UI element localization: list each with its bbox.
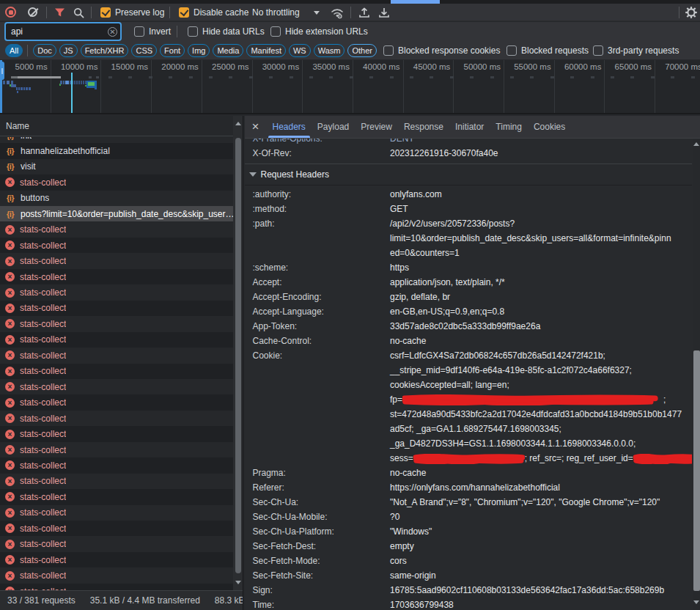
scroll-down-icon[interactable]	[693, 600, 699, 604]
scroll-down-icon[interactable]	[235, 581, 241, 584]
error-icon: ×	[5, 460, 15, 470]
request-row[interactable]: ×stats-collect	[0, 222, 233, 238]
blocked-response-cookies-checkbox[interactable]	[383, 45, 394, 56]
request-row[interactable]: ×stats-collect	[0, 442, 233, 457]
blocked-requests-checkbox[interactable]	[506, 45, 517, 56]
hide-extension-urls-checkbox[interactable]	[270, 26, 281, 37]
request-row[interactable]: {i}visit	[0, 159, 233, 174]
preserve-log-toggle[interactable]: Preserve log	[100, 4, 164, 21]
request-row[interactable]: ×stats-collect	[0, 394, 233, 410]
header-value: onlyfans.com	[390, 187, 692, 202]
request-row[interactable]: ×stats-collect	[0, 174, 233, 190]
clear-button[interactable]	[28, 7, 37, 17]
type-pill-media[interactable]: Media	[213, 44, 243, 57]
details-scrollbar[interactable]	[693, 139, 700, 610]
tab-headers[interactable]: Headers	[267, 116, 312, 138]
network-conditions-button[interactable]	[330, 7, 345, 19]
request-row[interactable]: ×stats-collect	[0, 521, 233, 536]
request-row[interactable]: ×stats-collect	[0, 411, 233, 426]
request-row[interactable]: ×stats-collect	[0, 379, 233, 394]
type-pill-img[interactable]: Img	[188, 44, 210, 57]
import-har-button[interactable]	[358, 7, 370, 18]
requests-scrollbar[interactable]	[233, 116, 243, 590]
type-pill-css[interactable]: CSS	[131, 44, 157, 57]
hide-extension-urls-toggle[interactable]: Hide extension URLs	[270, 22, 368, 41]
scroll-up-icon[interactable]	[693, 142, 699, 146]
timeline-gridline	[51, 60, 51, 113]
third-party-requests-toggle[interactable]: 3rd-party requests	[593, 41, 679, 59]
request-row[interactable]: ×stats-collect	[0, 584, 233, 590]
preserve-log-checkbox[interactable]	[100, 7, 111, 18]
request-row[interactable]: ×stats-collect	[0, 567, 233, 583]
hide-data-urls-toggle[interactable]: Hide data URLs	[188, 22, 265, 41]
settings-button[interactable]	[685, 7, 697, 18]
close-details-button[interactable]: ×	[245, 116, 267, 138]
overview-request-bar	[209, 76, 213, 78]
request-row[interactable]: ×stats-collect	[0, 489, 233, 504]
invert-toggle[interactable]: Invert	[134, 22, 171, 41]
tab-preview[interactable]: Preview	[355, 116, 398, 138]
tab-initiator[interactable]: Initiator	[449, 116, 490, 138]
request-row[interactable]: ×stats-collect	[0, 457, 233, 473]
request-row[interactable]: ×stats-collect	[0, 552, 233, 567]
filter-input[interactable]	[6, 23, 120, 40]
type-pill-js[interactable]: JS	[59, 44, 78, 57]
third-party-requests-checkbox[interactable]	[593, 45, 603, 56]
type-pill-manifest[interactable]: Manifest	[246, 44, 286, 57]
type-pill-other[interactable]: Other	[347, 44, 377, 57]
type-pill-wasm[interactable]: Wasm	[314, 44, 345, 57]
export-har-button[interactable]	[378, 7, 390, 18]
network-overview-timeline[interactable]: 5000 ms10000 ms15000 ms20000 ms25000 ms3…	[0, 60, 700, 114]
request-row[interactable]: ×stats-collect	[0, 253, 233, 268]
search-button[interactable]	[73, 7, 84, 18]
request-headers-section-header[interactable]: Request Headers	[245, 164, 692, 185]
timeline-label: 40000 ms	[363, 62, 400, 71]
request-row[interactable]: {i}init	[0, 137, 233, 143]
type-pill-ws[interactable]: WS	[289, 44, 311, 57]
request-row[interactable]: ×stats-collect	[0, 316, 233, 331]
request-row[interactable]: ×stats-collect	[0, 284, 233, 300]
clear-filter-icon[interactable]: ✕	[108, 27, 117, 37]
tab-cookies[interactable]: Cookies	[528, 116, 571, 138]
header-name: Sign:	[245, 583, 391, 598]
details-scrollbar-thumb[interactable]	[693, 350, 700, 591]
request-row[interactable]: ×stats-collect	[0, 269, 233, 284]
throttling-select[interactable]: No throttling	[252, 4, 300, 21]
requests-scrollbar-thumb[interactable]	[235, 138, 241, 573]
request-row[interactable]: ×stats-collect	[0, 364, 233, 379]
request-row[interactable]: ×stats-collect	[0, 505, 233, 521]
record-button[interactable]	[5, 7, 16, 18]
timeline-left-handle[interactable]	[0, 62, 4, 80]
type-pill-font[interactable]: Font	[160, 44, 185, 57]
type-pill-all[interactable]: All	[5, 44, 23, 57]
request-row-selected[interactable]: {i}posts?limit=10&order=publish_date_des…	[0, 206, 233, 221]
request-row[interactable]: {i}buttons	[0, 191, 233, 206]
blocked-response-cookies-toggle[interactable]: Blocked response cookies	[383, 41, 500, 59]
tab-payload[interactable]: Payload	[312, 116, 355, 138]
disable-cache-checkbox[interactable]	[179, 7, 189, 18]
request-row[interactable]: ×stats-collect	[0, 238, 233, 253]
blocked-requests-toggle[interactable]: Blocked requests	[506, 41, 589, 59]
request-row[interactable]: ×stats-collect	[0, 348, 233, 363]
request-row[interactable]: ×stats-collect	[0, 537, 233, 552]
network-summary-bar: 33 / 381 requests 35.1 kB / 4.4 MB trans…	[0, 590, 243, 610]
type-pill-doc[interactable]: Doc	[33, 44, 56, 57]
scroll-up-icon[interactable]	[235, 122, 241, 125]
name-column-header[interactable]: Name	[0, 116, 243, 136]
request-row[interactable]: ×stats-collect	[0, 426, 233, 441]
timeline-label: 70000 ms	[665, 62, 700, 71]
type-pill-fetch-xhr[interactable]: Fetch/XHR	[81, 44, 129, 57]
disable-cache-toggle[interactable]: Disable cache	[179, 4, 248, 21]
request-row[interactable]: ×stats-collect	[0, 332, 233, 348]
tab-timing[interactable]: Timing	[490, 116, 528, 138]
invert-checkbox[interactable]	[134, 26, 144, 37]
request-row[interactable]: {i}hannahelizabethofficial	[0, 143, 233, 158]
throttling-caret[interactable]	[314, 11, 320, 15]
request-row[interactable]: ×stats-collect	[0, 474, 233, 489]
request-header-row: Sec-Fetch-Mode:cors	[245, 554, 692, 568]
details-viewport: X-Frame-Options:DENYX-Of-Rev:20231226191…	[245, 139, 692, 610]
filter-button[interactable]	[54, 7, 65, 18]
tab-response[interactable]: Response	[398, 116, 449, 138]
hide-data-urls-checkbox[interactable]	[188, 26, 198, 37]
request-row[interactable]: ×stats-collect	[0, 301, 233, 316]
